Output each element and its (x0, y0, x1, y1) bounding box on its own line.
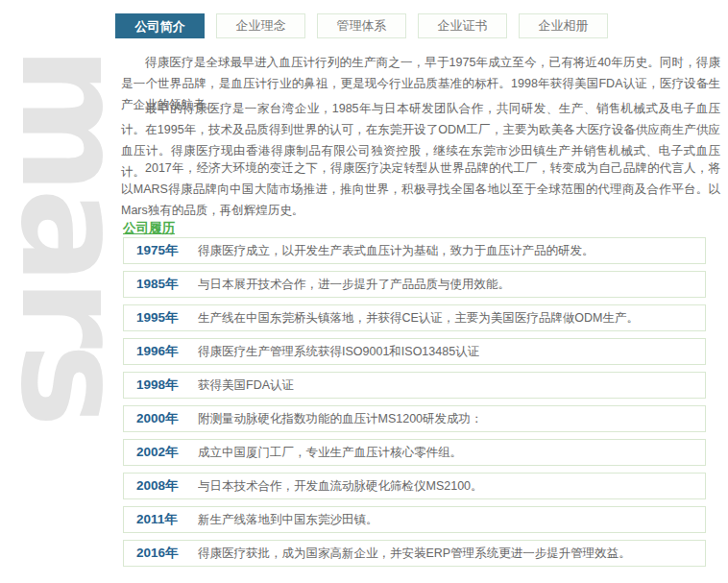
history-description: 成立中国厦门工厂，专业生产血压计核心零件组。 (198, 445, 462, 461)
tab-label: 企业相册 (539, 18, 589, 33)
section-tab-bar: 公司简介 企业理念 管理体系 企业证书 企业相册 (115, 13, 608, 38)
tab-label: 企业理念 (236, 18, 286, 33)
tab-2[interactable]: 管理体系 (317, 13, 406, 38)
history-year: 1985年 (136, 276, 182, 293)
company-intro-page: mars 公司简介 企业理念 管理体系 企业证书 企业相册 得康医疗是全球最早进… (0, 0, 728, 583)
history-description: 与日本技术合作，开发血流动脉硬化筛检仪MS2100。 (198, 478, 483, 495)
mars-brand-watermark: mars (16, 46, 127, 422)
history-row: 2002年 成立中国厦门工厂，专业生产血压计核心零件组。 (123, 439, 706, 466)
history-year: 1995年 (136, 309, 182, 327)
history-year: 1975年 (136, 242, 182, 259)
history-row: 1996年 得康医疗生产管理系统获得ISO9001和ISO13485认证 (123, 338, 706, 365)
history-description: 得康医疗获批，成为国家高新企业，并安装ERP管理系统更进一步提升管理效益。 (198, 546, 631, 562)
history-row: 2016年 得康医疗获批，成为国家高新企业，并安装ERP管理系统更进一步提升管理… (123, 540, 706, 567)
history-description: 附测量动脉硬化指数功能的血压计MS1200研发成功： (198, 411, 483, 427)
history-description: 得康医疗生产管理系统获得ISO9001和ISO13485认证 (198, 344, 479, 360)
history-row: 1975年 得康医疗成立，以开发生产表式血压计为基础，致力于血压计产品的研发。 (123, 237, 706, 264)
tab-label: 公司简介 (135, 19, 185, 34)
history-row: 1995年 生产线在中国东莞桥头镇落地，并获得CE认证，主要为美国医疗品牌做OD… (123, 304, 706, 331)
history-year: 2000年 (136, 410, 182, 427)
history-description: 与日本展开技术合作，进一步提升了产品品质与使用效能。 (198, 277, 510, 293)
company-history-heading: 公司履历 (123, 220, 175, 237)
history-year: 1996年 (136, 343, 182, 360)
history-row: 1985年 与日本展开技术合作，进一步提升了产品品质与使用效能。 (123, 271, 706, 298)
history-row: 1998年 获得美国FDA认证 (123, 372, 706, 399)
history-row: 2011年 新生产线落地到中国东莞沙田镇。 (123, 506, 706, 533)
history-row: 2000年 附测量动脉硬化指数功能的血压计MS1200研发成功： (123, 405, 706, 432)
tab-1[interactable]: 企业理念 (216, 13, 305, 38)
history-description: 得康医疗成立，以开发生产表式血压计为基础，致力于血压计产品的研发。 (198, 243, 595, 259)
tab-label: 管理体系 (337, 18, 387, 33)
intro-paragraph-3: 2017年，经济大环境的变迁之下，得康医疗决定转型从世界品牌的代工厂，转变成为自… (121, 158, 720, 221)
history-row: 2008年 与日本技术合作，开发血流动脉硬化筛检仪MS2100。 (123, 473, 706, 499)
tab-3[interactable]: 企业证书 (418, 13, 507, 38)
company-history-list: 1975年 得康医疗成立，以开发生产表式血压计为基础，致力于血压计产品的研发。 … (123, 237, 706, 573)
history-description: 获得美国FDA认证 (198, 377, 294, 394)
history-description: 生产线在中国东莞桥头镇落地，并获得CE认证，主要为美国医疗品牌做ODM生产。 (198, 310, 639, 327)
history-description: 新生产线落地到中国东莞沙田镇。 (198, 512, 378, 528)
history-year: 2002年 (136, 444, 182, 461)
tab-0[interactable]: 公司简介 (115, 13, 205, 38)
history-year: 2016年 (136, 545, 182, 562)
history-year: 2008年 (136, 477, 182, 495)
tab-4[interactable]: 企业相册 (519, 13, 608, 38)
history-year: 2011年 (136, 511, 182, 528)
history-year: 1998年 (136, 377, 182, 394)
tab-label: 企业证书 (438, 18, 488, 33)
